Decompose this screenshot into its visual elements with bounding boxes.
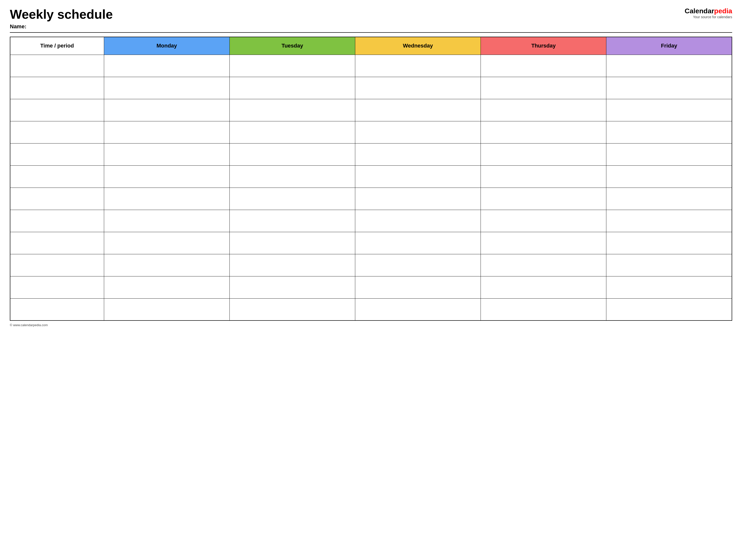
schedule-cell[interactable] [104, 121, 229, 143]
time-cell[interactable] [10, 55, 104, 77]
time-cell[interactable] [10, 254, 104, 276]
schedule-cell[interactable] [606, 187, 732, 210]
time-cell[interactable] [10, 99, 104, 121]
schedule-cell[interactable] [355, 254, 481, 276]
schedule-cell[interactable] [481, 254, 606, 276]
schedule-cell[interactable] [606, 77, 732, 99]
schedule-cell[interactable] [229, 77, 355, 99]
schedule-cell[interactable] [104, 276, 229, 298]
table-row [10, 210, 732, 232]
schedule-cell[interactable] [355, 99, 481, 121]
table-row [10, 276, 732, 298]
logo-section: Calendarpedia Your source for calendars [685, 7, 732, 19]
schedule-cell[interactable] [606, 165, 732, 187]
schedule-cell[interactable] [481, 55, 606, 77]
schedule-cell[interactable] [229, 210, 355, 232]
logo-tagline: Your source for calendars [693, 15, 732, 19]
schedule-cell[interactable] [606, 298, 732, 321]
col-header-wednesday: Wednesday [355, 37, 481, 55]
schedule-cell[interactable] [229, 143, 355, 165]
schedule-cell[interactable] [104, 210, 229, 232]
schedule-cell[interactable] [481, 99, 606, 121]
page-title: Weekly schedule [10, 7, 685, 21]
schedule-cell[interactable] [355, 121, 481, 143]
time-cell[interactable] [10, 298, 104, 321]
col-header-thursday: Thursday [481, 37, 606, 55]
page-header: Weekly schedule Name: Calendarpedia Your… [10, 7, 732, 30]
schedule-cell[interactable] [481, 276, 606, 298]
schedule-cell[interactable] [481, 232, 606, 254]
schedule-cell[interactable] [229, 254, 355, 276]
schedule-cell[interactable] [229, 99, 355, 121]
schedule-cell[interactable] [481, 77, 606, 99]
time-cell[interactable] [10, 210, 104, 232]
schedule-cell[interactable] [606, 232, 732, 254]
schedule-cell[interactable] [355, 210, 481, 232]
time-cell[interactable] [10, 143, 104, 165]
schedule-cell[interactable] [606, 210, 732, 232]
table-row [10, 254, 732, 276]
schedule-cell[interactable] [606, 99, 732, 121]
schedule-cell[interactable] [355, 77, 481, 99]
table-row [10, 121, 732, 143]
time-cell[interactable] [10, 187, 104, 210]
schedule-cell[interactable] [355, 165, 481, 187]
schedule-cell[interactable] [606, 276, 732, 298]
footer-url: © www.calendarpedia.com [10, 323, 48, 327]
time-cell[interactable] [10, 165, 104, 187]
schedule-cell[interactable] [606, 143, 732, 165]
schedule-table: Time / period Monday Tuesday Wednesday T… [10, 37, 732, 321]
schedule-cell[interactable] [229, 298, 355, 321]
schedule-cell[interactable] [355, 298, 481, 321]
schedule-cell[interactable] [104, 187, 229, 210]
table-row [10, 232, 732, 254]
schedule-cell[interactable] [229, 276, 355, 298]
col-header-time: Time / period [10, 37, 104, 55]
schedule-cell[interactable] [481, 210, 606, 232]
table-row [10, 187, 732, 210]
schedule-cell[interactable] [355, 143, 481, 165]
time-cell[interactable] [10, 121, 104, 143]
schedule-cell[interactable] [355, 187, 481, 210]
schedule-cell[interactable] [481, 121, 606, 143]
schedule-cell[interactable] [481, 165, 606, 187]
schedule-cell[interactable] [104, 232, 229, 254]
header-divider [10, 32, 732, 33]
schedule-cell[interactable] [606, 55, 732, 77]
col-header-monday: Monday [104, 37, 229, 55]
table-row [10, 143, 732, 165]
schedule-cell[interactable] [229, 165, 355, 187]
schedule-cell[interactable] [481, 143, 606, 165]
schedule-cell[interactable] [104, 143, 229, 165]
col-header-tuesday: Tuesday [229, 37, 355, 55]
title-section: Weekly schedule Name: [10, 7, 685, 30]
footer: © www.calendarpedia.com [10, 323, 732, 327]
logo-pedia: pedia [714, 7, 732, 15]
schedule-cell[interactable] [104, 254, 229, 276]
name-label: Name: [10, 23, 685, 30]
schedule-cell[interactable] [104, 55, 229, 77]
schedule-cell[interactable] [355, 276, 481, 298]
schedule-cell[interactable] [606, 121, 732, 143]
time-cell[interactable] [10, 77, 104, 99]
logo-text: Calendarpedia [685, 7, 732, 15]
schedule-cell[interactable] [481, 187, 606, 210]
schedule-cell[interactable] [229, 232, 355, 254]
schedule-cell[interactable] [104, 165, 229, 187]
schedule-cell[interactable] [229, 187, 355, 210]
logo-calendar: Calendar [685, 7, 714, 15]
schedule-body [10, 55, 732, 321]
time-cell[interactable] [10, 276, 104, 298]
schedule-cell[interactable] [481, 298, 606, 321]
schedule-cell[interactable] [229, 121, 355, 143]
schedule-cell[interactable] [104, 99, 229, 121]
schedule-cell[interactable] [229, 55, 355, 77]
schedule-cell[interactable] [355, 232, 481, 254]
schedule-cell[interactable] [104, 298, 229, 321]
table-row [10, 165, 732, 187]
schedule-cell[interactable] [104, 77, 229, 99]
schedule-cell[interactable] [606, 254, 732, 276]
table-row [10, 55, 732, 77]
time-cell[interactable] [10, 232, 104, 254]
schedule-cell[interactable] [355, 55, 481, 77]
